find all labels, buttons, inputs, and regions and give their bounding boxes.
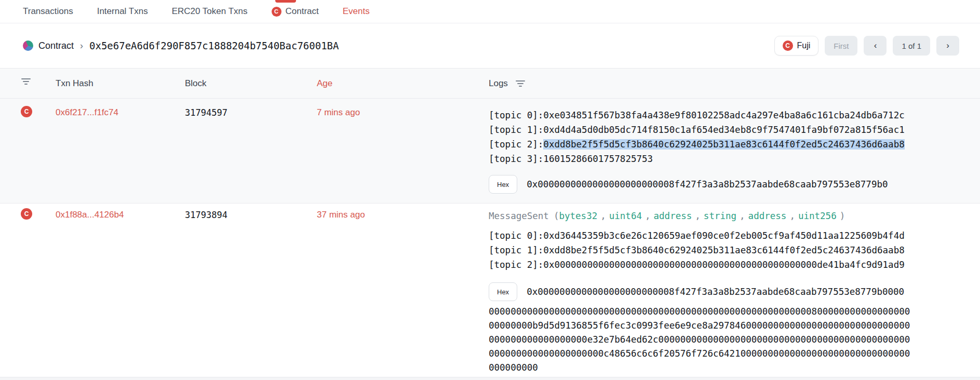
hex-data-line: 00000000b9d5d9136855f6fec3c0993fee6e9ce8…	[489, 319, 915, 333]
contract-event-icon[interactable]: C	[21, 208, 32, 220]
topic-label: [topic 0]:	[489, 110, 543, 120]
chevron-left-icon: ‹	[874, 40, 877, 51]
first-page-button[interactable]: First	[825, 36, 857, 56]
topic-value: 16015286601757825753	[543, 154, 653, 164]
param-type: bytes32	[559, 211, 597, 221]
page-header: Contract › 0x5e67eA6d6f290F857c1888204b7…	[0, 23, 980, 69]
txn-hash-link[interactable]: 0x1f88a...4126b4	[56, 210, 124, 220]
topics-list: [topic 0]:0xe034851f567b38fa4a438e9f8010…	[489, 108, 915, 166]
chevron-right-icon: ›	[946, 40, 949, 51]
param-type: uint256	[798, 211, 837, 221]
hex-data-line: 000000000000000000000c48656c6c6f20576f72…	[489, 347, 915, 361]
block-number: 31793894	[185, 210, 227, 220]
topic-line: [topic 2]:0x0000000000000000000000000000…	[489, 257, 915, 272]
next-row-peek	[0, 377, 980, 380]
c-icon: C	[21, 208, 32, 220]
c-icon: C	[21, 106, 32, 117]
hex-data-line: 0x0000000000000000000000008f427f3a3a8b25…	[527, 287, 904, 297]
topic-value: 0xdd8be2f5f5d5cf3b8640c62924025b311ae83c…	[543, 245, 904, 255]
tab-events[interactable]: Events	[343, 6, 370, 17]
logs-cell: MessageSent(bytes32,uint64,address,strin…	[489, 203, 915, 375]
block-number: 31794597	[185, 107, 227, 118]
hex-data-block: 0000000000000000000000000000000000000000…	[489, 305, 915, 375]
topic-line: [topic 1]:0xd4d4a5d0db05dc714f8150c1af65…	[489, 123, 915, 137]
hex-data-row: Hex 0x0000000000000000000000008f427f3a3a…	[489, 175, 915, 194]
event-row: C 0x6f217...f1fc74 31794597 7 mins ago […	[0, 98, 980, 203]
logs-filter-icon[interactable]	[515, 79, 526, 88]
tab-transactions[interactable]: Transactions	[23, 6, 73, 17]
topic-value: 0x00000000000000000000000000000000000000…	[543, 260, 904, 270]
comma: ,	[695, 211, 701, 221]
contract-identicon	[23, 40, 33, 51]
network-c-icon: C	[783, 40, 793, 51]
txn-hash-link[interactable]: 0x6f217...f1fc74	[56, 107, 118, 118]
param-type: address	[748, 211, 787, 221]
hex-data-line: 000000000	[489, 361, 915, 375]
topic-line: [topic 0]:0xe034851f567b38fa4a438e9f8010…	[489, 108, 915, 123]
breadcrumb-separator: ›	[80, 40, 83, 51]
filter-icon[interactable]	[21, 77, 31, 89]
tab-contract[interactable]: C Contract	[272, 6, 319, 17]
column-header-txn-hash: Txn Hash	[56, 78, 93, 89]
topic-value-selected: 0xdd8be2f5f5d5cf3b8640c62924025b311ae83c…	[543, 139, 904, 150]
logs-cell: [topic 0]:0xe034851f567b38fa4a438e9f8010…	[489, 99, 915, 194]
topic-label: [topic 1]:	[489, 245, 543, 255]
prev-page-button[interactable]: ‹	[864, 36, 887, 56]
event-signature: MessageSent(bytes32,uint64,address,strin…	[489, 209, 915, 223]
topic-value: 0xd4d4a5d0db05dc714f8150c1af654ed34eb8c9…	[543, 125, 904, 135]
comma: ,	[740, 211, 745, 221]
tab-label: Events	[343, 6, 370, 17]
topic-label: [topic 3]:	[489, 154, 543, 164]
hex-data-row: Hex 0x0000000000000000000000008f427f3a3a…	[489, 282, 915, 301]
tab-bar: Transactions Internal Txns ERC20 Token T…	[0, 0, 980, 23]
tab-internal-txns[interactable]: Internal Txns	[97, 6, 148, 17]
topic-value: 0xe034851f567b38fa4a438e9f80102258adc4a2…	[543, 110, 904, 120]
hex-toggle-button[interactable]: Hex	[489, 282, 517, 301]
next-page-button[interactable]: ›	[936, 36, 959, 56]
tab-label: Contract	[286, 6, 319, 17]
age-text: 37 mins ago	[317, 210, 365, 220]
hex-data-line: 000000000000000000e32e7b64ed62c000000000…	[489, 333, 915, 347]
tab-label: Internal Txns	[97, 6, 148, 17]
topics-list: [topic 0]:0xd36445359b3c6e26c120659aef09…	[489, 228, 915, 272]
breadcrumb: Contract › 0x5e67eA6d6f290F857c1888204b7…	[23, 40, 339, 51]
comma: ,	[645, 211, 651, 221]
topic-line: [topic 0]:0xd36445359b3c6e26c120659aef09…	[489, 228, 915, 243]
breadcrumb-type: Contract	[38, 40, 74, 51]
column-header-block: Block	[185, 78, 207, 89]
comma: ,	[600, 211, 606, 221]
param-type: uint64	[609, 211, 642, 221]
age-text: 7 mins ago	[317, 107, 360, 118]
tab-label: Transactions	[23, 6, 73, 17]
contract-address: 0x5e67eA6d6f290F857c1888204b7540Bac76001…	[89, 40, 339, 51]
hex-toggle-button[interactable]: Hex	[489, 175, 517, 194]
table-header: Txn Hash Block Age Logs	[0, 69, 980, 98]
contract-c-icon: C	[272, 7, 281, 17]
clipped-red-artifact	[275, 0, 296, 3]
event-name: MessageSent	[489, 211, 549, 221]
network-name: Fuji	[797, 41, 811, 50]
topic-line: [topic 3]:16015286601757825753	[489, 152, 915, 166]
contract-event-icon[interactable]: C	[21, 106, 32, 117]
param-type: address	[654, 211, 692, 221]
topic-line: [topic 1]:0xdd8be2f5f5d5cf3b8640c6292402…	[489, 243, 915, 257]
tab-erc20-token-txns[interactable]: ERC20 Token Txns	[172, 6, 248, 17]
paren-open: (	[554, 211, 559, 221]
logs-label: Logs	[489, 78, 508, 89]
topic-line: [topic 2]:0xdd8be2f5f5d5cf3b8640c6292402…	[489, 137, 915, 152]
paren-close: )	[840, 211, 845, 221]
network-badge-fuji[interactable]: C Fuji	[774, 36, 819, 56]
comma: ,	[789, 211, 795, 221]
tab-label: ERC20 Token Txns	[172, 6, 248, 17]
hex-data-line: 0000000000000000000000000000000000000000…	[489, 305, 915, 319]
column-header-age[interactable]: Age	[317, 78, 332, 89]
topic-label: [topic 2]:	[489, 260, 543, 270]
param-type: string	[704, 211, 736, 221]
hex-data-value: 0x0000000000000000000000008f427f3a3a8b25…	[527, 179, 888, 189]
page-counter: 1 of 1	[893, 36, 930, 56]
topic-label: [topic 2]:	[489, 139, 543, 150]
topic-value: 0xd36445359b3c6e26c120659aef090ce0f2eb00…	[543, 230, 904, 241]
topic-label: [topic 1]:	[489, 125, 543, 135]
event-row: C 0x1f88a...4126b4 31793894 37 mins ago …	[0, 203, 980, 377]
topic-label: [topic 0]:	[489, 230, 543, 241]
